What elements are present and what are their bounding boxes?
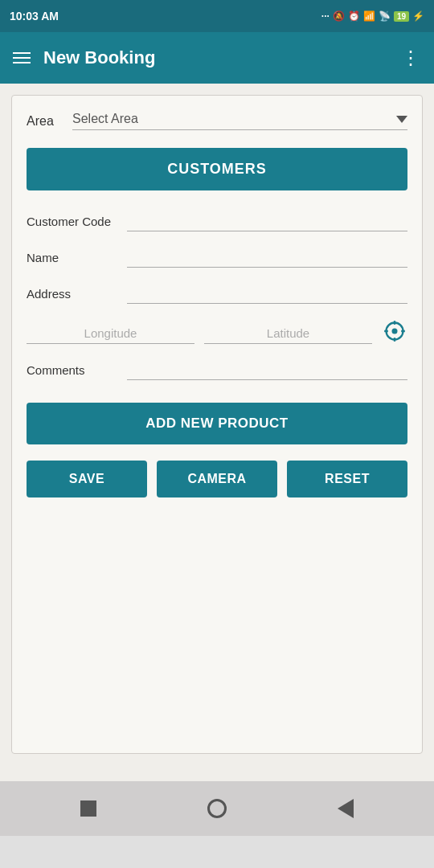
area-label: Area bbox=[27, 114, 63, 129]
address-label: Address bbox=[27, 287, 119, 304]
back-button[interactable] bbox=[328, 791, 363, 826]
app-bar: New Booking ⋮ bbox=[0, 32, 434, 84]
comments-label: Comments bbox=[27, 363, 119, 380]
name-field: Name bbox=[27, 246, 407, 268]
address-field: Address bbox=[27, 282, 407, 304]
circle-icon bbox=[207, 799, 227, 818]
square-icon bbox=[80, 800, 96, 817]
location-button[interactable] bbox=[382, 318, 407, 344]
hamburger-line-1 bbox=[13, 52, 31, 54]
customer-code-field: Customer Code bbox=[27, 210, 407, 231]
form-card: Area Select Area CUSTOMERS Customer Code… bbox=[11, 95, 423, 754]
nav-bar bbox=[0, 781, 434, 836]
action-buttons-row: SAVE CAMERA RESET bbox=[27, 461, 407, 497]
comments-input[interactable] bbox=[127, 358, 407, 380]
latitude-input[interactable] bbox=[204, 323, 372, 344]
area-select[interactable]: Select Area bbox=[72, 112, 407, 130]
status-icons: ··· 🔕 ⏰ 📶 📡 19 ⚡ bbox=[321, 10, 424, 22]
name-label: Name bbox=[27, 251, 119, 268]
hamburger-line-2 bbox=[13, 57, 31, 59]
customer-code-input[interactable] bbox=[127, 210, 407, 231]
alarm-icon: ⏰ bbox=[348, 10, 360, 22]
address-input[interactable] bbox=[127, 282, 407, 304]
triangle-icon bbox=[338, 799, 354, 818]
hamburger-line-3 bbox=[13, 62, 31, 63]
page-title: New Booking bbox=[43, 47, 388, 68]
add-product-button[interactable]: ADD NEW PRODUCT bbox=[27, 403, 407, 444]
vibrate-icon: 🔕 bbox=[333, 10, 345, 22]
area-row: Area Select Area bbox=[27, 112, 407, 130]
menu-button[interactable] bbox=[13, 52, 31, 63]
chevron-down-icon bbox=[396, 116, 407, 123]
customer-code-label: Customer Code bbox=[27, 215, 119, 231]
signal-bars-icon: 📶 bbox=[363, 10, 375, 22]
signal-dots-icon: ··· bbox=[321, 10, 330, 22]
camera-button[interactable]: CAMERA bbox=[157, 461, 277, 497]
content-area: Area Select Area CUSTOMERS Customer Code… bbox=[0, 84, 434, 781]
recent-apps-button[interactable] bbox=[71, 791, 106, 826]
area-select-text: Select Area bbox=[72, 112, 138, 126]
battery-level: 19 bbox=[394, 11, 409, 22]
status-time: 10:03 AM bbox=[10, 10, 59, 23]
comments-field: Comments bbox=[27, 358, 407, 380]
more-options-button[interactable]: ⋮ bbox=[401, 47, 421, 69]
reset-button[interactable]: RESET bbox=[287, 461, 407, 497]
charging-icon: ⚡ bbox=[412, 10, 424, 22]
save-button[interactable]: SAVE bbox=[27, 461, 147, 497]
wifi-icon: 📡 bbox=[379, 10, 391, 22]
status-bar: 10:03 AM ··· 🔕 ⏰ 📶 📡 19 ⚡ bbox=[0, 0, 434, 32]
coord-row bbox=[27, 318, 407, 344]
svg-point-1 bbox=[392, 329, 398, 334]
customers-button[interactable]: CUSTOMERS bbox=[27, 148, 407, 190]
home-button[interactable] bbox=[199, 791, 235, 826]
longitude-input[interactable] bbox=[27, 323, 194, 344]
name-input[interactable] bbox=[127, 246, 407, 268]
